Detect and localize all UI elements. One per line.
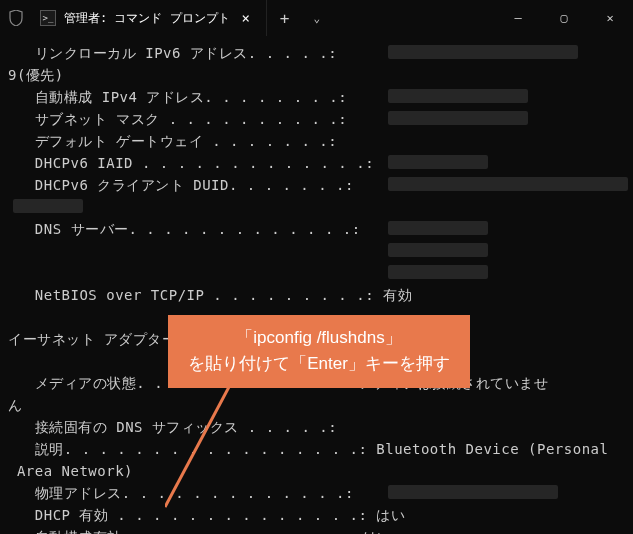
- redacted-block: [388, 45, 578, 59]
- terminal-line: [8, 196, 625, 218]
- terminal-line: DNS サーバー. . . . . . . . . . . . .:: [8, 218, 625, 240]
- tab-dropdown-button[interactable]: ⌄: [303, 0, 331, 36]
- terminal-line: 自動構成有効. . . . . . . . . . . . .: はい: [8, 526, 625, 534]
- redacted-block: [13, 199, 83, 213]
- redacted-block: [388, 111, 528, 125]
- redacted-block: [388, 265, 488, 279]
- redacted-block: [388, 243, 488, 257]
- shield-icon: [0, 0, 32, 36]
- terminal-line: ん: [8, 394, 625, 416]
- terminal-line: 9(優先): [8, 64, 625, 86]
- titlebar-drag-area[interactable]: [331, 0, 495, 36]
- terminal-line: 説明. . . . . . . . . . . . . . . . .: Blu…: [8, 438, 625, 460]
- terminal-output[interactable]: リンクローカル IPv6 アドレス. . . . .:9(優先) 自動構成 IP…: [0, 36, 633, 534]
- tab-title: 管理者: コマンド プロンプト: [64, 10, 230, 27]
- minimize-button[interactable]: —: [495, 0, 541, 36]
- redacted-block: [388, 155, 488, 169]
- terminal-line: NetBIOS over TCP/IP . . . . . . . . .: 有…: [8, 284, 625, 306]
- terminal-line: 物理アドレス. . . . . . . . . . . . .:: [8, 482, 625, 504]
- terminal-line: デフォルト ゲートウェイ . . . . . . .:: [8, 130, 625, 152]
- redacted-block: [388, 177, 628, 191]
- terminal-line: リンクローカル IPv6 アドレス. . . . .:: [8, 42, 625, 64]
- callout-line-1: 「ipconfig /flushdns」: [180, 325, 458, 351]
- callout-line-2: を貼り付けて「Enter」キーを押す: [180, 351, 458, 377]
- tab-close-button[interactable]: ×: [238, 10, 254, 26]
- terminal-line: Area Network): [8, 460, 625, 482]
- redacted-block: [388, 485, 558, 499]
- redacted-block: [388, 89, 528, 103]
- terminal-line: [8, 262, 625, 284]
- window-close-button[interactable]: ✕: [587, 0, 633, 36]
- instruction-callout: 「ipconfig /flushdns」 を貼り付けて「Enter」キーを押す: [168, 315, 470, 388]
- redacted-block: [388, 221, 488, 235]
- cmd-icon: >_: [40, 10, 56, 26]
- terminal-line: DHCPv6 クライアント DUID. . . . . . .:: [8, 174, 625, 196]
- terminal-line: 自動構成 IPv4 アドレス. . . . . . . .:: [8, 86, 625, 108]
- terminal-line: [8, 240, 625, 262]
- maximize-button[interactable]: ▢: [541, 0, 587, 36]
- terminal-line: DHCP 有効 . . . . . . . . . . . . . .: はい: [8, 504, 625, 526]
- terminal-line: サブネット マスク . . . . . . . . . .:: [8, 108, 625, 130]
- terminal-tab[interactable]: >_ 管理者: コマンド プロンプト ×: [32, 0, 267, 36]
- terminal-line: DHCPv6 IAID . . . . . . . . . . . . .:: [8, 152, 625, 174]
- terminal-line: 接続固有の DNS サフィックス . . . . .:: [8, 416, 625, 438]
- title-bar: >_ 管理者: コマンド プロンプト × + ⌄ — ▢ ✕: [0, 0, 633, 36]
- new-tab-button[interactable]: +: [267, 0, 303, 36]
